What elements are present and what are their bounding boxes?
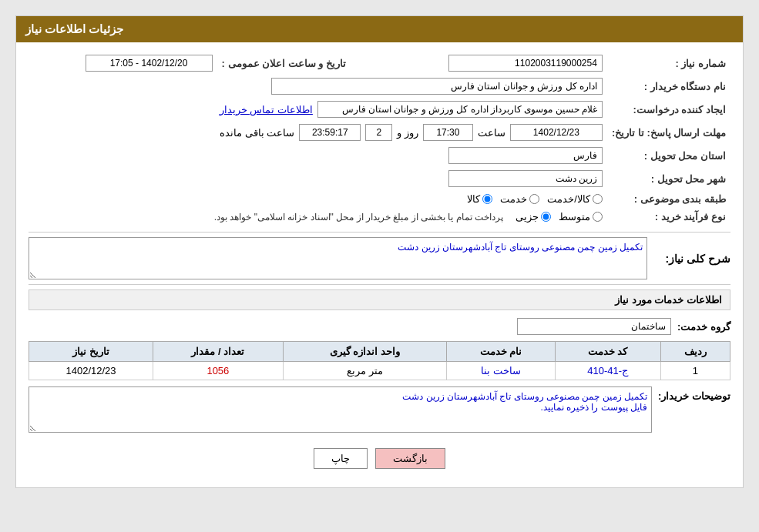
- buyer-org-value: [29, 75, 607, 98]
- col-unit: واحد اندازه گیری: [283, 342, 446, 362]
- province-label: استان محل تحویل :: [607, 144, 730, 167]
- category-goods-service-radio[interactable]: [593, 194, 603, 204]
- need-summary-section: شرح کلی نیاز: تکمیل زمین چمن مصنوعی روست…: [29, 237, 730, 279]
- announce-date-value: [29, 52, 217, 75]
- city-row: شهر محل تحویل :: [29, 167, 730, 190]
- category-goods-service-label: کالا/خدمت: [547, 193, 590, 205]
- buyer-org-input[interactable]: [271, 78, 603, 95]
- page-title: جزئیات اطلاعات نیاز: [25, 22, 123, 35]
- purchase-medium: متوسط: [559, 211, 603, 223]
- buyer-notes-label: توضیحات خریدار:: [658, 390, 730, 402]
- content-area: شماره نیاز : تاریخ و ساعت اعلان عمومی : …: [16, 42, 743, 487]
- hours-remaining-label: ساعت باقی مانده: [220, 127, 294, 139]
- purchase-partial-radio[interactable]: [541, 212, 551, 222]
- deadline-value: ساعت روز و ساعت باقی مانده: [29, 121, 607, 144]
- button-row: بازگشت چاپ: [29, 439, 730, 478]
- info-table: شماره نیاز : تاریخ و ساعت اعلان عمومی : …: [29, 52, 730, 226]
- city-label: شهر محل تحویل :: [607, 167, 730, 190]
- category-service: خدمت: [500, 193, 539, 205]
- cell-service-code: ج-41-410: [555, 362, 660, 380]
- buyer-org-label: نام دستگاه خریدار :: [607, 75, 730, 98]
- cell-unit: متر مربع: [283, 362, 446, 380]
- need-number-value: [381, 52, 607, 75]
- need-number-row: شماره نیاز : تاریخ و ساعت اعلان عمومی :: [29, 52, 730, 75]
- province-input[interactable]: [448, 147, 603, 164]
- contact-link[interactable]: اطلاعات تماس خریدار: [220, 104, 313, 115]
- category-goods-service: کالا/خدمت: [547, 193, 603, 205]
- purchase-partial: جزیی: [516, 211, 551, 223]
- deadline-days-input[interactable]: [365, 124, 392, 141]
- table-row: 1 ج-41-410 ساخت بنا متر مربع 1056 1402/1…: [29, 362, 730, 380]
- cell-date: 1402/12/23: [29, 362, 153, 380]
- city-value: [29, 167, 607, 190]
- need-summary-textarea[interactable]: تکمیل زمین چمن مصنوعی روستای تاج آبادشهر…: [29, 237, 647, 279]
- requester-input[interactable]: [317, 101, 603, 118]
- cell-row-num: 1: [660, 362, 730, 380]
- deadline-timer-input[interactable]: [299, 124, 361, 141]
- purchase-notice: پرداخت تمام یا بخشی از مبلغ خریدار از مح…: [214, 212, 503, 223]
- page-header: جزئیات اطلاعات نیاز: [16, 16, 743, 42]
- category-goods: کالا: [467, 193, 492, 205]
- category-value: کالا/خدمت خدمت کالا: [29, 190, 607, 208]
- purchase-type-label: نوع فرآیند خرید :: [607, 208, 730, 226]
- service-group-label: گروه خدمت:: [677, 321, 730, 333]
- buyer-notes-section: توضیحات خریدار: تکمیل زمین چمن مصنوعی رو…: [29, 386, 730, 433]
- requester-label: ایجاد کننده درخواست:: [607, 98, 730, 121]
- time-label: ساعت: [478, 127, 505, 139]
- print-button[interactable]: چاپ: [314, 448, 368, 469]
- announce-start-input[interactable]: [86, 55, 213, 72]
- need-number-label: شماره نیاز :: [607, 52, 730, 75]
- divider-2: [29, 284, 730, 285]
- purchase-medium-radio[interactable]: [593, 212, 603, 222]
- category-goods-label: کالا: [467, 193, 480, 205]
- need-summary-label: شرح کلی نیاز:: [653, 253, 730, 265]
- buyer-org-row: نام دستگاه خریدار :: [29, 75, 730, 98]
- category-goods-radio[interactable]: [482, 194, 492, 204]
- services-table: ردیف کد خدمت نام خدمت واحد اندازه گیری ت…: [29, 341, 730, 380]
- col-date: تاریخ نیاز: [29, 342, 153, 362]
- category-label: طبقه بندی موضوعی :: [607, 190, 730, 208]
- category-row: طبقه بندی موضوعی : کالا/خدمت خدمت: [29, 190, 730, 208]
- col-service-code: کد خدمت: [555, 342, 660, 362]
- province-value: [29, 144, 607, 167]
- days-label: روز و: [397, 127, 418, 139]
- requester-value: اطلاعات تماس خریدار: [29, 98, 607, 121]
- purchase-partial-label: جزیی: [516, 211, 539, 223]
- back-button[interactable]: بازگشت: [375, 448, 445, 469]
- cell-quantity: 1056: [153, 362, 283, 380]
- announce-date-label: تاریخ و ساعت اعلان عمومی :: [217, 52, 351, 75]
- col-service-name: نام خدمت: [447, 342, 556, 362]
- purchase-type-value: متوسط جزیی پرداخت تمام یا بخشی از مبلغ خ…: [29, 208, 607, 226]
- service-group-input[interactable]: [517, 318, 671, 335]
- category-service-label: خدمت: [500, 193, 527, 205]
- deadline-time-input[interactable]: [423, 124, 473, 141]
- category-service-radio[interactable]: [529, 194, 539, 204]
- deadline-date-input[interactable]: [510, 124, 603, 141]
- col-row-num: ردیف: [660, 342, 730, 362]
- cell-service-name: ساخت بنا: [447, 362, 556, 380]
- deadline-row: مهلت ارسال پاسخ: تا تاریخ: ساعت روز و سا…: [29, 121, 730, 144]
- divider-1: [29, 232, 730, 233]
- requester-row: ایجاد کننده درخواست: اطلاعات تماس خریدار: [29, 98, 730, 121]
- city-input[interactable]: [448, 170, 603, 187]
- buyer-notes-textarea[interactable]: تکمیل زمین چمن مصنوعی روستای تاج آبادشهر…: [29, 386, 652, 433]
- purchase-medium-label: متوسط: [559, 211, 590, 223]
- purchase-type-row: نوع فرآیند خرید : متوسط جزیی: [29, 208, 730, 226]
- service-group-row: گروه خدمت:: [29, 318, 730, 335]
- deadline-label: مهلت ارسال پاسخ: تا تاریخ:: [607, 121, 730, 144]
- main-container: جزئیات اطلاعات نیاز شماره نیاز : تاریخ و…: [15, 15, 744, 488]
- col-quantity: تعداد / مقدار: [153, 342, 283, 362]
- services-section-title: اطلاعات خدمات مورد نیاز: [29, 289, 730, 310]
- need-number-input[interactable]: [448, 55, 603, 72]
- province-row: استان محل تحویل :: [29, 144, 730, 167]
